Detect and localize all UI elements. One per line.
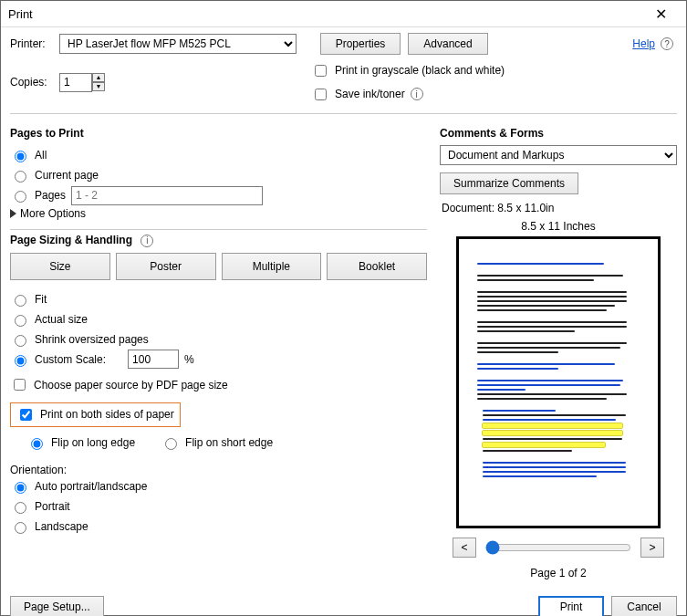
copies-up[interactable]: ▲ xyxy=(92,73,105,82)
print-dialog: Print ✕ Help ? Printer: HP LaserJet flow… xyxy=(0,0,687,616)
pages-to-print-title: Pages to Print xyxy=(10,127,427,140)
scale-input[interactable] xyxy=(128,350,179,369)
orientation-landscape-radio[interactable]: Landscape xyxy=(10,517,427,537)
page-setup-button[interactable]: Page Setup... xyxy=(10,596,104,616)
copies-down[interactable]: ▼ xyxy=(92,82,105,91)
preview-next-button[interactable]: > xyxy=(640,538,664,558)
print-preview xyxy=(456,236,661,528)
pages-all-radio[interactable]: All xyxy=(10,145,427,165)
info-icon[interactable]: i xyxy=(411,88,423,100)
fit-radio[interactable]: Fit xyxy=(10,289,427,309)
close-button[interactable]: ✕ xyxy=(642,1,679,26)
duplex-checkbox[interactable]: Print on both sides of paper xyxy=(16,406,174,423)
help-link[interactable]: Help xyxy=(632,37,655,50)
printer-label: Printer: xyxy=(10,37,52,50)
pages-current-radio[interactable]: Current page xyxy=(10,165,427,185)
custom-scale-radio[interactable]: Custom Scale: % xyxy=(10,350,427,370)
tab-poster[interactable]: Poster xyxy=(116,253,216,280)
page-indicator: Page 1 of 2 xyxy=(440,567,677,579)
grayscale-checkbox[interactable]: Print in grayscale (black and white) xyxy=(311,60,505,80)
window-title: Print xyxy=(8,7,642,21)
sizing-tabs: Size Poster Multiple Booklet xyxy=(10,253,427,280)
copies-input[interactable] xyxy=(59,73,92,92)
comments-title: Comments & Forms xyxy=(440,127,677,140)
actual-size-radio[interactable]: Actual size xyxy=(10,309,427,329)
flip-short-radio[interactable]: Flip on short edge xyxy=(161,433,273,453)
orientation-title: Orientation: xyxy=(10,464,427,476)
comments-select[interactable]: Document and Markups xyxy=(440,145,677,165)
shrink-radio[interactable]: Shrink oversized pages xyxy=(10,329,427,350)
preview-prev-button[interactable]: < xyxy=(453,538,476,558)
printer-select[interactable]: HP LaserJet flow MFP M525 PCL xyxy=(59,34,297,54)
help-area: Help ? xyxy=(632,37,673,50)
copies-label: Copies: xyxy=(10,76,52,89)
orientation-auto-radio[interactable]: Auto portrait/landscape xyxy=(10,476,427,496)
printer-row: Printer: HP LaserJet flow MFP M525 PCL P… xyxy=(10,33,677,55)
copies-spinner[interactable]: ▲ ▼ xyxy=(59,73,105,92)
duplex-highlight: Print on both sides of paper xyxy=(10,402,181,427)
properties-button[interactable]: Properties xyxy=(320,33,401,55)
triangle-right-icon xyxy=(10,209,16,218)
advanced-button[interactable]: Advanced xyxy=(408,33,488,55)
flip-long-radio[interactable]: Flip on long edge xyxy=(26,433,135,453)
cancel-button[interactable]: Cancel xyxy=(611,596,677,616)
summarize-comments-button[interactable]: Summarize Comments xyxy=(440,172,578,194)
sizing-title: Page Sizing & Handling i xyxy=(10,234,427,247)
preview-slider[interactable] xyxy=(485,540,631,555)
more-options-toggle[interactable]: More Options xyxy=(10,207,427,220)
titlebar: Print ✕ xyxy=(1,1,686,27)
document-dimensions: Document: 8.5 x 11.0in xyxy=(442,202,677,214)
pages-range-input[interactable] xyxy=(71,186,263,205)
footer: Page Setup... Print Cancel xyxy=(1,589,686,616)
tab-booklet[interactable]: Booklet xyxy=(327,253,427,280)
tab-size[interactable]: Size xyxy=(10,253,110,280)
orientation-portrait-radio[interactable]: Portrait xyxy=(10,496,427,517)
help-icon[interactable]: ? xyxy=(661,37,673,50)
tab-multiple[interactable]: Multiple xyxy=(222,253,322,280)
info-icon[interactable]: i xyxy=(141,235,153,247)
copies-row: Copies: ▲ ▼ Print in grayscale (black an… xyxy=(10,60,677,104)
pages-range-radio[interactable]: Pages xyxy=(10,185,427,205)
paper-source-checkbox[interactable]: Choose paper source by PDF page size xyxy=(10,375,427,395)
preview-caption: 8.5 x 11 Inches xyxy=(440,220,677,233)
print-button[interactable]: Print xyxy=(538,596,604,616)
save-ink-checkbox[interactable]: Save ink/toner i xyxy=(311,84,505,104)
